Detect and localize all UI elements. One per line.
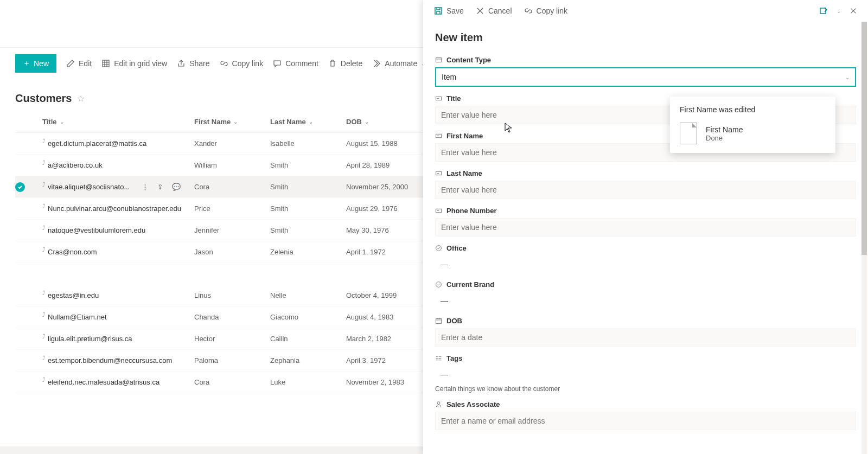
panel-save-button[interactable]: Save — [434, 7, 464, 15]
row-selected-icon[interactable] — [15, 182, 25, 192]
svg-rect-1 — [435, 8, 442, 14]
contenttype-icon — [435, 56, 442, 63]
edit-button[interactable]: Edit — [66, 59, 92, 68]
panel-cancel-button[interactable]: Cancel — [476, 7, 512, 15]
shared-icon: ⤴ — [42, 355, 46, 361]
copylink-label: Copy link — [537, 7, 568, 15]
field-dob: DOB — [435, 317, 856, 347]
dob-input[interactable] — [435, 328, 856, 347]
cell-email: ⤴Nunc.pulvinar.arcu@conubianostraper.edu — [42, 204, 194, 213]
cell-last: Smith — [270, 204, 346, 213]
row-more-icon[interactable]: ⋮ — [142, 183, 149, 191]
field-sales: Sales Associate — [435, 400, 856, 430]
field-tags: Tags — Certain things we know about the … — [435, 354, 856, 393]
text-icon — [435, 207, 442, 214]
edit-form-icon[interactable] — [819, 7, 828, 15]
row-comment-icon[interactable]: 💬 — [172, 183, 181, 191]
text-icon — [435, 95, 442, 102]
cell-last: Giacomo — [270, 313, 346, 321]
text-icon — [435, 170, 442, 177]
edit-grid-button[interactable]: Edit in grid view — [101, 59, 167, 68]
cell-email: ⤴Nullam@Etiam.net — [42, 313, 194, 321]
copylink-button[interactable]: Copy link — [220, 59, 264, 68]
shared-icon: ⤴ — [42, 333, 46, 340]
cell-email: ⤴eget.dictum.placerat@mattis.ca — [42, 139, 194, 148]
comment-label: Comment — [285, 59, 318, 68]
col-dob[interactable]: DOB⌄ — [346, 118, 433, 126]
save-icon — [434, 7, 443, 15]
cell-dob: April 1, 1972 — [346, 248, 433, 256]
notify-title: First Name was edited — [680, 105, 826, 114]
cell-last: Nelle — [270, 291, 346, 299]
edit-label: Edit — [79, 59, 92, 68]
col-last[interactable]: Last Name⌄ — [270, 118, 346, 126]
person-icon — [435, 401, 442, 408]
col-title[interactable]: Title⌄ — [42, 118, 194, 126]
edit-grid-label: Edit in grid view — [114, 59, 167, 68]
close-icon[interactable] — [850, 7, 857, 15]
trash-icon — [328, 59, 337, 68]
cell-dob: August 15, 1988 — [346, 139, 433, 148]
notify-line1: First Name — [706, 125, 743, 134]
cell-last: Smith — [270, 226, 346, 234]
cell-dob: March 2, 1982 — [346, 335, 433, 343]
office-value[interactable]: — — [435, 255, 856, 273]
cell-first: Xander — [194, 139, 270, 148]
tags-value[interactable]: — — [435, 366, 856, 383]
row-share-icon[interactable]: ⇪ — [157, 183, 163, 191]
cell-email: ⤴egestas@in.edu — [42, 291, 194, 299]
new-button[interactable]: ＋ New — [15, 54, 56, 73]
cell-first: William — [194, 161, 270, 169]
panel-toolbar: Save Cancel Copy link ⌄ — [423, 0, 868, 22]
tags-icon — [435, 355, 442, 362]
share-label: Share — [189, 59, 209, 68]
svg-rect-3 — [436, 57, 442, 62]
field-phone: Phone Number — [435, 207, 856, 236]
cell-first: Price — [194, 204, 270, 213]
shared-icon: ⤴ — [42, 159, 46, 166]
flow-icon — [372, 59, 381, 68]
cell-email: ⤴Cras@non.com — [42, 248, 194, 256]
choice-icon — [435, 281, 442, 288]
chevron-down-icon: ⌄ — [845, 74, 850, 80]
document-icon — [680, 123, 697, 144]
phone-input[interactable] — [435, 218, 856, 236]
chevron-down-icon: ⌄ — [309, 119, 313, 125]
chevron-down-icon[interactable]: ⌄ — [837, 8, 841, 14]
cell-email: ⤴vitae.aliquet@sociisnato...⋮⇪💬 — [42, 183, 194, 191]
calendar-icon — [435, 317, 442, 324]
list-title: Customers — [15, 92, 72, 105]
col-first[interactable]: First Name⌄ — [194, 118, 270, 126]
cell-dob: August 29, 1976 — [346, 204, 433, 213]
delete-button[interactable]: Delete — [328, 59, 362, 68]
new-label: New — [34, 59, 49, 68]
last-name-input[interactable] — [435, 181, 856, 199]
notify-line2: Done — [706, 134, 743, 142]
favorite-star-icon[interactable]: ☆ — [77, 93, 85, 104]
svg-point-11 — [437, 402, 440, 405]
field-last-name: Last Name — [435, 169, 856, 199]
cell-dob: April 28, 1989 — [346, 161, 433, 169]
choice-icon — [435, 245, 442, 252]
comment-icon — [273, 59, 282, 68]
field-brand: Current Brand — — [435, 280, 856, 309]
brand-value[interactable]: — — [435, 292, 856, 309]
svg-point-9 — [436, 282, 442, 287]
panel-copylink-button[interactable]: Copy link — [524, 7, 568, 15]
automate-button[interactable]: Automate ⌄ — [372, 59, 425, 68]
cell-dob: August 4, 1983 — [346, 313, 433, 321]
cell-email: ⤴natoque@vestibulumlorem.edu — [42, 226, 194, 234]
share-button[interactable]: Share — [177, 59, 209, 68]
shared-icon: ⤴ — [42, 181, 46, 188]
cell-last: Luke — [270, 378, 346, 386]
sales-input[interactable] — [435, 412, 856, 430]
svg-rect-10 — [436, 318, 442, 323]
automate-label: Automate — [385, 59, 417, 68]
cell-email: ⤴ligula.elit.pretium@risus.ca — [42, 335, 194, 343]
cell-last: Zephania — [270, 356, 346, 365]
content-type-select[interactable]: Item ⌄ — [435, 67, 856, 87]
cell-last: Isabelle — [270, 139, 346, 148]
cell-email: ⤴a@aclibero.co.uk — [42, 161, 194, 169]
shared-icon: ⤴ — [42, 225, 46, 231]
comment-button[interactable]: Comment — [273, 59, 318, 68]
